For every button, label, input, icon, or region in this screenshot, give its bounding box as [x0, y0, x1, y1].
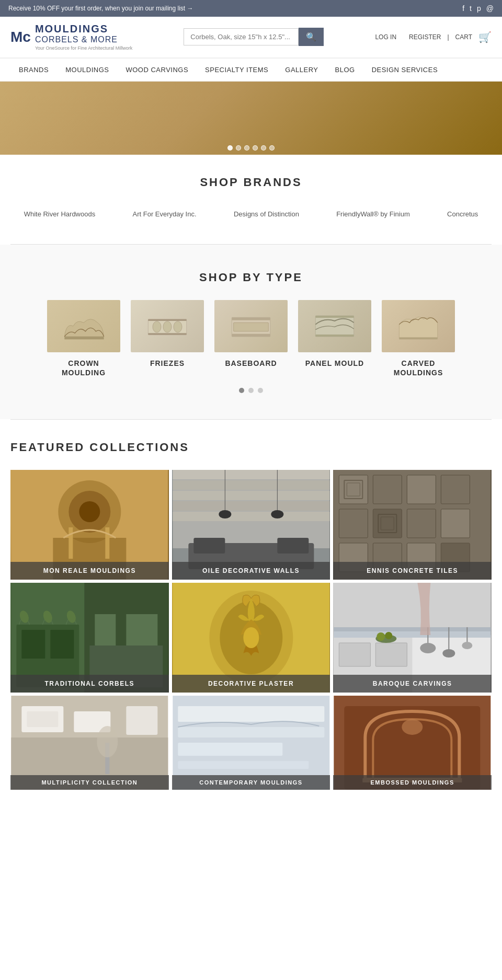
- svg-point-3: [163, 321, 172, 332]
- collection-label-ennis: ENNIS CONCRETE TILES: [333, 562, 492, 580]
- facebook-icon[interactable]: f: [462, 4, 464, 13]
- search-input[interactable]: [184, 28, 299, 45]
- svg-point-75: [443, 649, 455, 658]
- type-baseboard[interactable]: BASEBOARD: [214, 300, 288, 377]
- svg-rect-25: [173, 480, 329, 490]
- type-label-baseboard: BASEBOARD: [214, 359, 288, 368]
- svg-rect-37: [339, 475, 368, 504]
- svg-point-4: [174, 321, 182, 332]
- svg-rect-41: [373, 509, 402, 538]
- collection-baroque[interactable]: BAROQUE CARVINGS: [333, 583, 492, 693]
- banner-text[interactable]: Receive 10% OFF your first order, when y…: [8, 5, 193, 12]
- svg-rect-24: [173, 470, 329, 479]
- type-dot-3[interactable]: [258, 388, 263, 393]
- brand-friendlywall[interactable]: FriendlyWall® by Finium: [336, 210, 410, 218]
- nav-design-services[interactable]: DESIGN SERVICES: [363, 59, 446, 81]
- type-img-panel: [298, 300, 371, 352]
- twitter-icon[interactable]: t: [470, 4, 472, 13]
- svg-point-67: [243, 627, 259, 648]
- hero-dot-2[interactable]: [236, 145, 241, 151]
- collection-label-corbels: TRADITIONAL CORBELS: [10, 675, 169, 693]
- brand-concretus[interactable]: Concretus: [447, 210, 478, 218]
- panel-svg: [314, 310, 356, 342]
- svg-point-2: [153, 321, 161, 332]
- login-link[interactable]: LOG IN: [375, 33, 396, 41]
- type-img-frieze: [131, 300, 204, 352]
- hero-dot-6[interactable]: [269, 145, 275, 151]
- svg-rect-89: [126, 706, 157, 735]
- svg-rect-8: [232, 317, 270, 320]
- svg-rect-96: [178, 761, 309, 769]
- nav-blog[interactable]: BLOG: [327, 59, 363, 81]
- featured-title: FEATURED COLLECTIONS: [10, 441, 492, 454]
- brand-white-river[interactable]: White River Hardwoods: [24, 210, 96, 218]
- cart-icon[interactable]: 🛒: [478, 31, 492, 43]
- logo[interactable]: Mc MOULDINGS CORBELS & MORE Your OneSour…: [10, 23, 132, 51]
- type-frieze[interactable]: FRIEZES: [131, 300, 204, 377]
- nav-gallery[interactable]: GALLERY: [277, 59, 326, 81]
- search-button[interactable]: 🔍: [299, 28, 324, 46]
- type-grid: CROWNMOULDING FRIEZES: [10, 300, 492, 377]
- collection-oile[interactable]: OILE DECORATIVE WALLS: [172, 470, 330, 580]
- hero-slider: [0, 82, 502, 155]
- cart-link[interactable]: CART: [455, 33, 472, 41]
- collection-ennis[interactable]: ENNIS CONCRETE TILES: [333, 470, 492, 580]
- type-img-baseboard: [214, 300, 288, 352]
- carved-svg: [397, 310, 439, 342]
- collection-plaster[interactable]: DECORATIVE PLASTER: [172, 583, 330, 693]
- svg-rect-79: [339, 643, 371, 666]
- type-dot-2[interactable]: [248, 388, 254, 393]
- featured-collections-section: FEATURED COLLECTIONS MON REALE MOULDINGS: [0, 420, 502, 800]
- partial-label-contemporary: CONTEMPORARY MOULDINGS: [172, 775, 330, 790]
- svg-rect-87: [27, 711, 58, 727]
- shop-type-title: SHOP BY TYPE: [10, 271, 492, 284]
- instagram-icon[interactable]: @: [486, 4, 494, 13]
- svg-rect-0: [64, 337, 104, 339]
- nav-specialty-items[interactable]: SPECIALTY ITEMS: [197, 59, 277, 81]
- collection-embossed[interactable]: EMBOSSED MOULDINGS: [333, 696, 492, 790]
- type-carved[interactable]: CARVEDMOULDINGS: [382, 300, 455, 377]
- nav-mouldings[interactable]: MOULDINGS: [57, 59, 117, 81]
- brand-art-everyday[interactable]: Art For Everyday Inc.: [132, 210, 196, 218]
- svg-point-35: [271, 510, 283, 518]
- type-crown[interactable]: CROWNMOULDING: [47, 300, 120, 377]
- hero-dot-4[interactable]: [253, 145, 258, 151]
- nav-wood-carvings[interactable]: WOOD CARVINGS: [117, 59, 197, 81]
- svg-rect-14: [399, 337, 437, 339]
- collection-multiplicity[interactable]: MULTIPLICITY COLLECTION: [10, 696, 169, 790]
- header: Mc MOULDINGS CORBELS & MORE Your OneSour…: [0, 17, 502, 58]
- register-link[interactable]: REGISTER: [409, 33, 441, 41]
- collection-label-oile: OILE DECORATIVE WALLS: [172, 562, 330, 580]
- svg-rect-93: [178, 706, 324, 722]
- svg-rect-56: [21, 630, 45, 659]
- svg-rect-20: [69, 527, 73, 559]
- hero-dot-5[interactable]: [261, 145, 266, 151]
- type-img-carved: [382, 300, 455, 352]
- svg-rect-5: [148, 319, 186, 320]
- type-dot-1[interactable]: [239, 388, 244, 393]
- svg-rect-30: [193, 538, 225, 554]
- svg-rect-21: [105, 527, 109, 559]
- logo-text: MOULDINGS CORBELS & MORE Your OneSource …: [35, 23, 132, 51]
- hero-dot-1[interactable]: [227, 145, 233, 151]
- hero-dot-3[interactable]: [244, 145, 249, 151]
- partial-label-multiplicity: MULTIPLICITY COLLECTION: [10, 775, 169, 790]
- svg-rect-13: [315, 335, 353, 337]
- type-label-carved: CARVEDMOULDINGS: [382, 359, 455, 377]
- collection-contemporary[interactable]: CONTEMPORARY MOULDINGS: [172, 696, 330, 790]
- svg-point-83: [385, 632, 393, 639]
- main-nav: BRANDS MOULDINGS WOOD CARVINGS SPECIALTY…: [0, 58, 502, 82]
- collection-corbels[interactable]: TRADITIONAL CORBELS: [10, 583, 169, 693]
- type-panel[interactable]: PANEL MOULD: [298, 300, 371, 377]
- svg-rect-57: [50, 630, 74, 659]
- brand-designs[interactable]: Designs of Distinction: [234, 210, 299, 218]
- frieze-svg: [146, 310, 188, 342]
- collection-mon-reale[interactable]: MON REALE MOULDINGS: [10, 470, 169, 580]
- pinterest-icon[interactable]: p: [477, 4, 481, 13]
- nav-brands[interactable]: BRANDS: [10, 59, 57, 81]
- svg-rect-94: [178, 727, 324, 737]
- social-icons: f t p @: [462, 4, 494, 13]
- shop-brands-title: SHOP BRANDS: [10, 176, 492, 189]
- partial-collections-row: MULTIPLICITY COLLECTION CONTEMPORARY MOU…: [10, 696, 492, 790]
- svg-point-33: [219, 510, 231, 518]
